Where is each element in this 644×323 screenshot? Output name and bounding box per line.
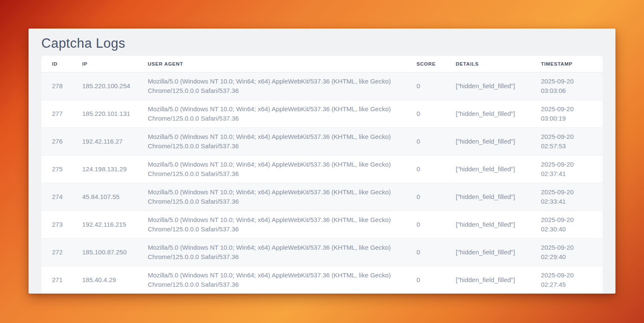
captcha-logs-card: Captcha Logs IDIPUSER AGENTSCOREDETAILST… xyxy=(29,29,615,294)
table-header-row: IDIPUSER AGENTSCOREDETAILSTIMESTAMP xyxy=(41,56,603,72)
cell-user_agent: Mozilla/5.0 (Windows NT 10.0; Win64; x64… xyxy=(137,183,406,211)
cell-id: 273 xyxy=(41,211,72,238)
cell-timestamp: 2025-09-20 02:37:41 xyxy=(530,155,603,183)
cell-score: 0 xyxy=(406,100,445,127)
cell-ip: 185.40.4.29 xyxy=(72,266,137,294)
cell-timestamp: 2025-09-20 02:57:53 xyxy=(530,127,603,155)
log-row-273: 273192.42.116.215Mozilla/5.0 (Windows NT… xyxy=(41,211,603,238)
cell-details: ["hidden_field_filled"] xyxy=(445,100,530,127)
column-header-score: SCORE xyxy=(406,56,445,72)
cell-score: 0 xyxy=(406,211,445,238)
log-row-275: 275124.198.131.29Mozilla/5.0 (Windows NT… xyxy=(41,155,603,183)
cell-details: ["hidden_field_filled"] xyxy=(445,183,530,211)
cell-id: 276 xyxy=(41,127,72,155)
logs-table: IDIPUSER AGENTSCOREDETAILSTIMESTAMP 2781… xyxy=(41,56,603,294)
cell-timestamp: 2025-09-20 03:00:19 xyxy=(530,100,603,127)
page-background: { "page": { "title": "Captcha Logs" }, "… xyxy=(0,0,644,323)
cell-score: 0 xyxy=(406,266,445,294)
cell-user_agent: Mozilla/5.0 (Windows NT 10.0; Win64; x64… xyxy=(137,127,406,155)
log-row-276: 276192.42.116.27Mozilla/5.0 (Windows NT … xyxy=(41,127,603,155)
cell-id: 275 xyxy=(41,155,72,183)
cell-ip: 124.198.131.29 xyxy=(72,155,137,183)
cell-details: ["hidden_field_filled"] xyxy=(445,127,530,155)
log-row-274: 27445.84.107.55Mozilla/5.0 (Windows NT 1… xyxy=(41,183,603,211)
cell-timestamp: 2025-09-20 03:03:06 xyxy=(530,72,603,100)
cell-id: 271 xyxy=(41,266,72,294)
cell-timestamp: 2025-09-20 02:33:41 xyxy=(530,183,603,211)
cell-details: ["hidden_field_filled"] xyxy=(445,266,530,294)
cell-ip: 192.42.116.27 xyxy=(72,127,137,155)
table-body: 278185.220.100.254Mozilla/5.0 (Windows N… xyxy=(41,72,603,294)
cell-id: 278 xyxy=(41,72,72,100)
cell-score: 0 xyxy=(406,127,445,155)
cell-score: 0 xyxy=(406,72,445,100)
column-header-details: DETAILS xyxy=(445,56,530,72)
cell-user_agent: Mozilla/5.0 (Windows NT 10.0; Win64; x64… xyxy=(137,100,406,127)
log-row-272: 272185.100.87.250Mozilla/5.0 (Windows NT… xyxy=(41,238,603,266)
log-row-271: 271185.40.4.29Mozilla/5.0 (Windows NT 10… xyxy=(41,266,603,294)
cell-user_agent: Mozilla/5.0 (Windows NT 10.0; Win64; x64… xyxy=(137,155,406,183)
log-row-277: 277185.220.101.131Mozilla/5.0 (Windows N… xyxy=(41,100,603,127)
cell-details: ["hidden_field_filled"] xyxy=(445,72,530,100)
cell-score: 0 xyxy=(406,155,445,183)
page-title: Captcha Logs xyxy=(29,29,615,56)
column-header-timestamp: TIMESTAMP xyxy=(530,56,603,72)
cell-ip: 192.42.116.215 xyxy=(72,211,137,238)
cell-user_agent: Mozilla/5.0 (Windows NT 10.0; Win64; x64… xyxy=(137,266,406,294)
cell-score: 0 xyxy=(406,238,445,266)
cell-user_agent: Mozilla/5.0 (Windows NT 10.0; Win64; x64… xyxy=(137,211,406,238)
cell-timestamp: 2025-09-20 02:30:40 xyxy=(530,211,603,238)
cell-user_agent: Mozilla/5.0 (Windows NT 10.0; Win64; x64… xyxy=(137,72,406,100)
cell-id: 277 xyxy=(41,100,72,127)
cell-score: 0 xyxy=(406,183,445,211)
cell-user_agent: Mozilla/5.0 (Windows NT 10.0; Win64; x64… xyxy=(137,238,406,266)
column-header-user_agent: USER AGENT xyxy=(137,56,406,72)
logs-table-container: IDIPUSER AGENTSCOREDETAILSTIMESTAMP 2781… xyxy=(41,56,603,294)
cell-ip: 185.220.100.254 xyxy=(72,72,137,100)
log-row-278: 278185.220.100.254Mozilla/5.0 (Windows N… xyxy=(41,72,603,100)
cell-details: ["hidden_field_filled"] xyxy=(445,238,530,266)
cell-id: 272 xyxy=(41,238,72,266)
cell-ip: 185.100.87.250 xyxy=(72,238,137,266)
cell-timestamp: 2025-09-20 02:27:45 xyxy=(530,266,603,294)
cell-ip: 185.220.101.131 xyxy=(72,100,137,127)
cell-details: ["hidden_field_filled"] xyxy=(445,211,530,238)
cell-details: ["hidden_field_filled"] xyxy=(445,155,530,183)
cell-timestamp: 2025-09-20 02:29:40 xyxy=(530,238,603,266)
cell-ip: 45.84.107.55 xyxy=(72,183,137,211)
column-header-ip: IP xyxy=(72,56,137,72)
column-header-id: ID xyxy=(41,56,72,72)
cell-id: 274 xyxy=(41,183,72,211)
